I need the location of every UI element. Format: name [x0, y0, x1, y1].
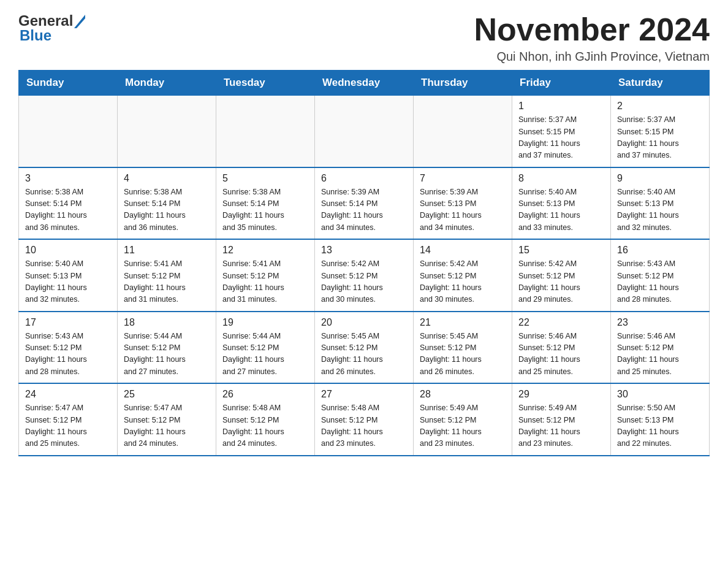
day-info: Sunrise: 5:43 AMSunset: 5:12 PMDaylight:…	[617, 258, 703, 306]
day-number: 15	[518, 245, 604, 256]
calendar-cell: 4Sunrise: 5:38 AMSunset: 5:14 PMDaylight…	[118, 167, 216, 240]
day-number: 26	[222, 389, 308, 400]
day-info: Sunrise: 5:47 AMSunset: 5:12 PMDaylight:…	[124, 402, 210, 450]
day-info: Sunrise: 5:38 AMSunset: 5:14 PMDaylight:…	[25, 186, 111, 234]
day-number: 21	[420, 317, 506, 328]
calendar-cell: 15Sunrise: 5:42 AMSunset: 5:12 PMDayligh…	[512, 239, 611, 312]
calendar-week-4: 17Sunrise: 5:43 AMSunset: 5:12 PMDayligh…	[19, 312, 710, 384]
page-subtitle: Qui Nhon, inh GJinh Province, Vietnam	[474, 50, 710, 64]
day-info: Sunrise: 5:40 AMSunset: 5:13 PMDaylight:…	[25, 258, 111, 306]
calendar-table: SundayMondayTuesdayWednesdayThursdayFrid…	[18, 70, 710, 456]
day-number: 10	[25, 245, 111, 256]
weekday-header-row: SundayMondayTuesdayWednesdayThursdayFrid…	[19, 71, 710, 96]
day-number: 2	[617, 101, 703, 112]
day-info: Sunrise: 5:45 AMSunset: 5:12 PMDaylight:…	[420, 331, 506, 378]
weekday-header-sunday: Sunday	[19, 71, 118, 96]
day-number: 16	[617, 245, 703, 256]
calendar-cell: 2Sunrise: 5:37 AMSunset: 5:15 PMDaylight…	[611, 96, 710, 167]
weekday-header-saturday: Saturday	[611, 71, 710, 96]
day-number: 23	[617, 317, 703, 328]
logo-blue-text: Blue	[20, 27, 51, 44]
calendar-cell: 30Sunrise: 5:50 AMSunset: 5:13 PMDayligh…	[611, 383, 710, 456]
calendar-cell: 25Sunrise: 5:47 AMSunset: 5:12 PMDayligh…	[118, 383, 216, 456]
day-info: Sunrise: 5:49 AMSunset: 5:12 PMDaylight:…	[420, 402, 506, 450]
calendar-cell: 6Sunrise: 5:39 AMSunset: 5:14 PMDaylight…	[315, 167, 414, 240]
weekday-header-tuesday: Tuesday	[216, 71, 315, 96]
calendar-cell: 17Sunrise: 5:43 AMSunset: 5:12 PMDayligh…	[19, 312, 118, 384]
day-number: 24	[25, 389, 111, 400]
day-number: 30	[617, 389, 703, 400]
day-number: 9	[617, 173, 703, 184]
calendar-cell: 9Sunrise: 5:40 AMSunset: 5:13 PMDaylight…	[611, 167, 710, 240]
calendar-cell: 1Sunrise: 5:37 AMSunset: 5:15 PMDaylight…	[512, 96, 611, 167]
calendar-cell: 21Sunrise: 5:45 AMSunset: 5:12 PMDayligh…	[414, 312, 512, 384]
weekday-header-friday: Friday	[512, 71, 611, 96]
calendar-cell: 12Sunrise: 5:41 AMSunset: 5:12 PMDayligh…	[216, 239, 315, 312]
day-info: Sunrise: 5:42 AMSunset: 5:12 PMDaylight:…	[420, 258, 506, 306]
day-number: 11	[124, 245, 210, 256]
calendar-header: SundayMondayTuesdayWednesdayThursdayFrid…	[19, 71, 710, 96]
title-section: November 2024 Qui Nhon, inh GJinh Provin…	[474, 12, 710, 64]
day-info: Sunrise: 5:48 AMSunset: 5:12 PMDaylight:…	[222, 402, 308, 450]
day-info: Sunrise: 5:41 AMSunset: 5:12 PMDaylight:…	[222, 258, 308, 306]
calendar-cell	[216, 96, 315, 167]
day-number: 4	[124, 173, 210, 184]
day-info: Sunrise: 5:44 AMSunset: 5:12 PMDaylight:…	[124, 331, 210, 378]
calendar-cell: 29Sunrise: 5:49 AMSunset: 5:12 PMDayligh…	[512, 383, 611, 456]
day-info: Sunrise: 5:49 AMSunset: 5:12 PMDaylight:…	[518, 402, 604, 450]
calendar-body: 1Sunrise: 5:37 AMSunset: 5:15 PMDaylight…	[19, 96, 710, 456]
calendar-cell: 28Sunrise: 5:49 AMSunset: 5:12 PMDayligh…	[414, 383, 512, 456]
day-info: Sunrise: 5:43 AMSunset: 5:12 PMDaylight:…	[25, 331, 111, 378]
calendar-cell: 11Sunrise: 5:41 AMSunset: 5:12 PMDayligh…	[118, 239, 216, 312]
day-number: 7	[420, 173, 506, 184]
day-info: Sunrise: 5:39 AMSunset: 5:14 PMDaylight:…	[321, 186, 407, 234]
day-info: Sunrise: 5:37 AMSunset: 5:15 PMDaylight:…	[518, 114, 604, 162]
day-info: Sunrise: 5:41 AMSunset: 5:12 PMDaylight:…	[124, 258, 210, 306]
day-info: Sunrise: 5:46 AMSunset: 5:12 PMDaylight:…	[518, 331, 604, 378]
calendar-cell: 8Sunrise: 5:40 AMSunset: 5:13 PMDaylight…	[512, 167, 611, 240]
day-info: Sunrise: 5:50 AMSunset: 5:13 PMDaylight:…	[617, 402, 703, 450]
calendar-week-5: 24Sunrise: 5:47 AMSunset: 5:12 PMDayligh…	[19, 383, 710, 456]
day-number: 17	[25, 317, 111, 328]
calendar-cell: 10Sunrise: 5:40 AMSunset: 5:13 PMDayligh…	[19, 239, 118, 312]
day-number: 1	[518, 101, 604, 112]
day-number: 20	[321, 317, 407, 328]
day-info: Sunrise: 5:40 AMSunset: 5:13 PMDaylight:…	[617, 186, 703, 234]
day-info: Sunrise: 5:42 AMSunset: 5:12 PMDaylight:…	[321, 258, 407, 306]
day-info: Sunrise: 5:48 AMSunset: 5:12 PMDaylight:…	[321, 402, 407, 450]
calendar-cell: 24Sunrise: 5:47 AMSunset: 5:12 PMDayligh…	[19, 383, 118, 456]
calendar-cell	[19, 96, 118, 167]
day-info: Sunrise: 5:45 AMSunset: 5:12 PMDaylight:…	[321, 331, 407, 378]
calendar-cell: 23Sunrise: 5:46 AMSunset: 5:12 PMDayligh…	[611, 312, 710, 384]
day-number: 8	[518, 173, 604, 184]
logo: General Blue	[18, 12, 85, 44]
weekday-header-monday: Monday	[118, 71, 216, 96]
page-title: November 2024	[474, 12, 710, 47]
calendar-cell	[315, 96, 414, 167]
calendar-cell: 14Sunrise: 5:42 AMSunset: 5:12 PMDayligh…	[414, 239, 512, 312]
day-number: 14	[420, 245, 506, 256]
logo-triangle-icon	[74, 15, 85, 28]
weekday-header-thursday: Thursday	[414, 71, 512, 96]
day-number: 27	[321, 389, 407, 400]
day-info: Sunrise: 5:37 AMSunset: 5:15 PMDaylight:…	[617, 114, 703, 162]
day-number: 12	[222, 245, 308, 256]
day-number: 28	[420, 389, 506, 400]
day-number: 25	[124, 389, 210, 400]
day-number: 3	[25, 173, 111, 184]
day-number: 22	[518, 317, 604, 328]
day-info: Sunrise: 5:38 AMSunset: 5:14 PMDaylight:…	[222, 186, 308, 234]
page-header: General Blue November 2024 Qui Nhon, inh…	[18, 12, 710, 64]
day-number: 13	[321, 245, 407, 256]
calendar-cell: 20Sunrise: 5:45 AMSunset: 5:12 PMDayligh…	[315, 312, 414, 384]
calendar-cell: 19Sunrise: 5:44 AMSunset: 5:12 PMDayligh…	[216, 312, 315, 384]
calendar-cell: 7Sunrise: 5:39 AMSunset: 5:13 PMDaylight…	[414, 167, 512, 240]
calendar-cell: 16Sunrise: 5:43 AMSunset: 5:12 PMDayligh…	[611, 239, 710, 312]
calendar-cell: 26Sunrise: 5:48 AMSunset: 5:12 PMDayligh…	[216, 383, 315, 456]
day-number: 18	[124, 317, 210, 328]
calendar-cell: 22Sunrise: 5:46 AMSunset: 5:12 PMDayligh…	[512, 312, 611, 384]
day-info: Sunrise: 5:39 AMSunset: 5:13 PMDaylight:…	[420, 186, 506, 234]
day-info: Sunrise: 5:40 AMSunset: 5:13 PMDaylight:…	[518, 186, 604, 234]
day-info: Sunrise: 5:44 AMSunset: 5:12 PMDaylight:…	[222, 331, 308, 378]
day-number: 29	[518, 389, 604, 400]
